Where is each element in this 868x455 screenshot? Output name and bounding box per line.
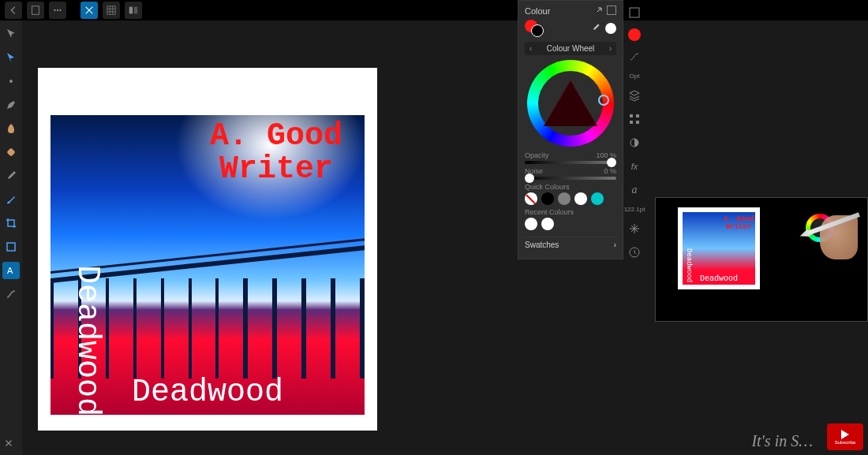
adjustments-icon[interactable] bbox=[627, 135, 642, 151]
chevron-left-icon[interactable]: ‹ bbox=[529, 44, 532, 53]
panel-title: Colour bbox=[525, 6, 550, 16]
burn-tool[interactable] bbox=[2, 120, 20, 137]
swatches-label: Swatches bbox=[525, 241, 559, 249]
noise-slider[interactable]: Noise0 % bbox=[525, 167, 616, 180]
node-tool[interactable] bbox=[2, 49, 20, 66]
svg-point-1 bbox=[54, 9, 55, 11]
title-text[interactable]: Deadwood bbox=[132, 375, 283, 410]
colour-mode-label: Colour Wheel bbox=[547, 44, 595, 53]
crop-tool[interactable] bbox=[2, 214, 20, 232]
opacity-label: Opacity bbox=[525, 151, 549, 159]
quick-colour-white[interactable] bbox=[574, 192, 587, 205]
svg-text:A: A bbox=[7, 266, 13, 275]
split-toggle[interactable] bbox=[125, 2, 142, 19]
eyedropper-icon[interactable] bbox=[591, 23, 600, 34]
svg-rect-4 bbox=[129, 7, 133, 14]
svg-rect-8 bbox=[7, 243, 15, 251]
svg-rect-7 bbox=[6, 147, 15, 156]
chevron-right-icon: › bbox=[614, 241, 616, 249]
transform-icon[interactable] bbox=[627, 221, 642, 237]
recent-colours-row bbox=[525, 218, 616, 230]
colour-wheel[interactable] bbox=[527, 60, 614, 147]
noise-value: 0 % bbox=[604, 167, 616, 175]
svg-point-3 bbox=[59, 9, 61, 11]
svg-rect-11 bbox=[630, 114, 633, 117]
art-text-tool[interactable]: A bbox=[2, 262, 20, 279]
opacity-slider[interactable]: Opacity100 % bbox=[525, 151, 616, 164]
quick-colour-black[interactable] bbox=[541, 192, 554, 205]
fx-icon[interactable]: fx bbox=[627, 159, 642, 174]
brush-studio-icon[interactable] bbox=[627, 49, 642, 65]
options-label: Opt bbox=[630, 73, 640, 80]
healing-tool[interactable] bbox=[2, 144, 20, 161]
expand-studio-icon[interactable] bbox=[627, 5, 642, 21]
active-colour-swatch[interactable] bbox=[628, 28, 641, 41]
subscribe-label: Subscribe bbox=[835, 440, 856, 445]
svg-rect-13 bbox=[630, 121, 633, 124]
artboard[interactable]: A. Good Writer Deadwood Deadwood bbox=[38, 68, 377, 431]
back-button[interactable] bbox=[5, 2, 22, 19]
svg-point-2 bbox=[57, 9, 58, 11]
svg-rect-5 bbox=[134, 7, 137, 14]
text-styles-icon[interactable]: a bbox=[627, 182, 642, 198]
brush-size-label: 122.1pt bbox=[624, 206, 645, 213]
quick-colour-cyan[interactable] bbox=[591, 192, 604, 205]
expand-panel-icon[interactable] bbox=[607, 6, 616, 15]
pip-author-text: A. Good Writer bbox=[724, 215, 754, 231]
fill-stroke-swatch[interactable] bbox=[525, 20, 544, 37]
hue-handle[interactable] bbox=[598, 95, 609, 106]
signature-text: It's in S… bbox=[751, 432, 813, 450]
pip-panel bbox=[765, 207, 858, 311]
camera-pip: A. Good Writer Deadwood Deadwood bbox=[655, 197, 868, 322]
subscribe-button[interactable]: Subscribe bbox=[827, 423, 863, 450]
svg-rect-12 bbox=[636, 114, 639, 117]
top-toolbar bbox=[0, 0, 147, 21]
pen-tool[interactable] bbox=[2, 96, 20, 114]
eyedropper-tool[interactable] bbox=[2, 167, 20, 185]
layers-icon[interactable] bbox=[627, 88, 642, 103]
more-button[interactable] bbox=[49, 2, 66, 19]
svg-rect-14 bbox=[636, 121, 639, 124]
channels-icon[interactable] bbox=[627, 111, 642, 127]
svg-rect-0 bbox=[32, 6, 39, 15]
pip-title-text: Deadwood bbox=[700, 274, 738, 283]
recent-colour-2[interactable] bbox=[541, 218, 554, 230]
move-tool[interactable] bbox=[2, 25, 20, 43]
chevron-right-icon[interactable]: › bbox=[609, 44, 612, 53]
colour-panel: Colour ‹ Colour Wheel › Opacity100 % Noi… bbox=[518, 0, 623, 259]
swatches-row[interactable]: Swatches › bbox=[525, 237, 616, 252]
collapse-toolbar-button[interactable] bbox=[3, 438, 14, 450]
play-icon bbox=[841, 430, 849, 439]
quick-colour-grey[interactable] bbox=[558, 192, 571, 205]
cover-image: A. Good Writer Deadwood Deadwood bbox=[51, 115, 365, 415]
document-menu-button[interactable] bbox=[27, 2, 44, 19]
colour-mode-selector[interactable]: ‹ Colour Wheel › bbox=[525, 42, 616, 55]
studio-strip: Opt fx a 122.1pt bbox=[625, 0, 644, 260]
vector-brush-tool[interactable] bbox=[2, 285, 20, 303]
grid-toggle[interactable] bbox=[103, 2, 120, 19]
quick-colours-row bbox=[525, 192, 616, 205]
shape-tool[interactable] bbox=[2, 238, 20, 255]
pip-spine-text: Deadwood bbox=[685, 248, 693, 282]
point-tool[interactable] bbox=[2, 73, 20, 90]
quick-colour-none[interactable] bbox=[525, 192, 537, 205]
quick-colours-label: Quick Colours bbox=[525, 183, 616, 191]
tool-strip: A bbox=[0, 21, 22, 455]
brush-tool[interactable] bbox=[2, 191, 20, 208]
svg-rect-10 bbox=[630, 8, 639, 17]
pip-artboard: A. Good Writer Deadwood Deadwood bbox=[678, 207, 760, 289]
detach-panel-icon[interactable] bbox=[594, 6, 604, 17]
persona-button[interactable] bbox=[80, 2, 98, 19]
history-icon[interactable] bbox=[627, 244, 642, 260]
svg-point-6 bbox=[9, 80, 13, 83]
recent-colours-label: Recent Colours bbox=[525, 208, 616, 216]
spine-title-text[interactable]: Deadwood bbox=[69, 265, 105, 415]
picker-preview-swatch[interactable] bbox=[605, 23, 616, 34]
recent-colour-1[interactable] bbox=[525, 218, 537, 230]
author-text[interactable]: A. Good Writer bbox=[210, 120, 342, 186]
